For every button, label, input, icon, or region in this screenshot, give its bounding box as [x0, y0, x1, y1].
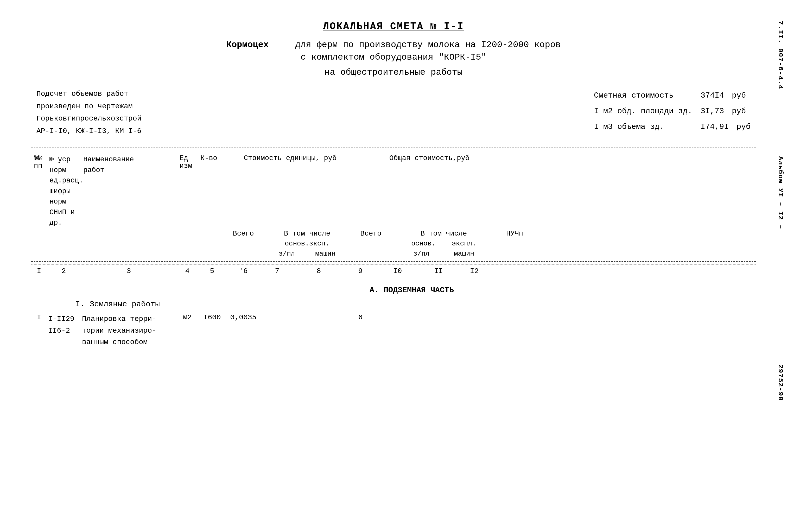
hcol-cost-group: Стоимость единицы, руб — [227, 154, 354, 228]
hsr-empty4 — [177, 230, 198, 238]
hcol2-line4: шифры — [49, 186, 78, 197]
sidebar-label-mid: Альбом УI – I2 – — [777, 156, 784, 230]
sidebar-label-top: 7.II. 007-6-4.4 — [777, 21, 784, 89]
sidebar-label-bot: 29752-90 — [777, 364, 784, 401]
m2-unit: руб — [732, 103, 746, 119]
row1-name-line1: Планировка терри- — [82, 313, 176, 325]
subtitle-line3: на общестроительные работы — [31, 67, 756, 77]
hcol1-text: №№ — [34, 154, 44, 162]
top-dashed-line — [31, 148, 756, 148]
num-col-4: 4 — [177, 267, 198, 275]
hsr-nuch: НУЧп — [500, 230, 530, 238]
row1-cost-total: 0,0035 — [227, 313, 260, 322]
hsr-empty2 — [47, 230, 81, 238]
cost-unit: руб — [732, 88, 746, 103]
row1-qty: I600 — [198, 313, 227, 322]
hsr2-empty1 — [31, 239, 47, 259]
info-left-line4: АР-I-I0, КЖ-I-I3, КМ I-6 — [37, 125, 141, 137]
hcol3-line2: работ — [83, 165, 174, 176]
hsr-empty1 — [31, 230, 47, 238]
row1-num: I — [31, 313, 47, 322]
hsr2-empty3 — [81, 239, 177, 259]
row1-cost-mach — [294, 313, 343, 314]
hsr2-osnov2: основ. экспл. з/пл машин — [388, 239, 500, 259]
header-bottom-dashed — [31, 261, 756, 261]
hcol2-line7: др. — [49, 218, 78, 228]
hcol1: №№ пп — [31, 154, 47, 228]
hsr-vtom-chisle2: В том числе — [388, 230, 500, 238]
cost-value: 374I4 — [701, 88, 724, 103]
hsr2-osnov2-line1: основ. экспл. — [388, 239, 500, 249]
hsr-vsego2: Всего — [354, 230, 388, 238]
hcol2-line2: норм — [49, 165, 78, 176]
table-header-row1: №№ пп № уср норм ед.расц. шифры норм СНи… — [31, 151, 756, 228]
hcol-total-title: Общая стоимость,руб — [357, 154, 502, 162]
row1-unit: м2 — [177, 313, 198, 322]
subtitle-line2: с комплектом оборудования "КОРК-I5" — [31, 52, 756, 62]
num-col-5: 5 — [198, 267, 227, 275]
m2-value: 3I,73 — [701, 103, 724, 119]
table-header-subrow2: основ.зксп. з/пл машин основ. экспл. з/п… — [31, 239, 756, 259]
hcol-total-group: Общая стоимость,руб — [354, 154, 505, 228]
row1-total-mach — [418, 313, 459, 314]
hcol3-line1: Наименование — [83, 154, 174, 165]
column-numbers-row: I 2 3 4 5 '6 7 8 9 I0 II I2 — [31, 264, 756, 278]
num-col-10: I0 — [377, 267, 418, 275]
num-col-3: 3 — [81, 267, 177, 275]
info-right: Сметная стоимость 374I4 руб I м2 обд. пл… — [594, 88, 750, 137]
num-col-9: 9 — [343, 267, 377, 275]
m2-label: I м2 обд. площади зд. — [594, 103, 693, 119]
hcol5-text: К-во — [200, 154, 224, 162]
hcol2-line1: № уср — [49, 154, 78, 165]
info-left: Подсчет объемов работ произведен по черт… — [37, 88, 141, 137]
row1-cost-zp — [260, 313, 294, 314]
hcol2-line3: ед.расц. — [49, 175, 78, 186]
cost-row: Сметная стоимость 374I4 руб — [594, 88, 750, 103]
m3-unit: руб — [737, 119, 750, 134]
page: 7.II. 007-6-4.4 Альбом УI – I2 – 29752-9… — [0, 0, 787, 532]
row1-total: 6 — [343, 313, 377, 322]
hsr2-empty6 — [227, 239, 260, 259]
row1-name: Планировка терри- тории механизиро- ванн… — [81, 313, 177, 349]
hsr2-osnov-line2: з/пл машин — [260, 249, 354, 259]
row1-name-line3: ванным способом — [82, 337, 176, 348]
section-1-heading: I. Земляные работы — [31, 297, 756, 311]
num-col-8: 8 — [294, 267, 343, 275]
subtitle-line1: Кормоцех для ферм по производству молока… — [31, 40, 756, 50]
hsr-vtom-chisle: В том числе — [260, 230, 354, 238]
info-left-line3: Горьковгипросельхозстрой — [37, 112, 141, 125]
hsr2-empty7 — [354, 239, 388, 259]
hcol4-line1: Ед — [179, 154, 195, 162]
info-left-line2: произведен по чертежам — [37, 100, 141, 113]
hsr2-osnov2-line2: з/пл машин — [388, 249, 500, 259]
hcol2-line6: СНиП и — [49, 207, 78, 218]
num-col-2: 2 — [47, 267, 81, 275]
page-title: ЛОКАЛЬНАЯ СМЕТА № I-I — [31, 21, 756, 32]
m2-row: I м2 обд. площади зд. 3I,73 руб — [594, 103, 750, 119]
row1-total-zp — [377, 313, 418, 314]
hsr-vsego: Всего — [227, 230, 260, 238]
subtitle-label: Кормоцех — [226, 40, 269, 50]
row1-nuch — [459, 313, 489, 314]
hsr2-empty4 — [177, 239, 198, 259]
row1-norm: I-II29 II6-2 — [47, 313, 81, 337]
hcol4: Ед изм — [177, 154, 198, 228]
table-row: I I-II29 II6-2 Планировка терри- тории м… — [31, 311, 756, 350]
right-sidebar: 7.II. 007-6-4.4 Альбом УI – I2 – 29752-9… — [761, 0, 787, 532]
num-col-6: '6 — [227, 267, 260, 275]
row1-norm-line2: II6-2 — [48, 325, 79, 337]
hcol3: Наименование работ — [81, 154, 177, 228]
hsr2-osnov: основ.зксп. з/пл машин — [260, 239, 354, 259]
row1-norm-line1: I-II29 — [48, 313, 79, 325]
section-a-heading: А. ПОДЗЕМНАЯ ЧАСТЬ — [31, 281, 756, 297]
hsr2-empty2 — [47, 239, 81, 259]
m3-row: I м3 объема зд. I74,9I руб — [594, 119, 750, 134]
hcol-cost-title: Стоимость единицы, руб — [229, 154, 352, 162]
num-col-1: I — [31, 267, 47, 275]
num-col-7: 7 — [260, 267, 294, 275]
hcol1-text2: пп — [34, 162, 44, 170]
hsr2-osnov-line1: основ.зксп. — [260, 239, 354, 249]
info-left-line1: Подсчет объемов работ — [37, 88, 141, 100]
info-section: Подсчет объемов работ произведен по черт… — [31, 88, 756, 137]
header-section: ЛОКАЛЬНАЯ СМЕТА № I-I Кормоцех для ферм … — [31, 21, 756, 77]
